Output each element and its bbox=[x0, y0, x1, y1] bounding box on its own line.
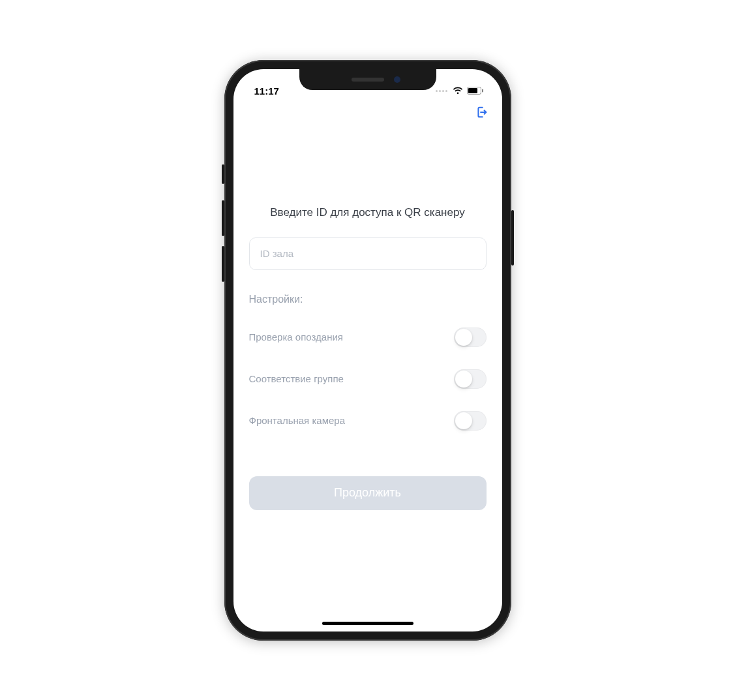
setting-label: Проверка опоздания bbox=[249, 331, 343, 342]
toggle-knob bbox=[455, 371, 472, 388]
status-indicators bbox=[436, 85, 484, 97]
front-camera bbox=[394, 76, 400, 83]
exit-icon bbox=[474, 105, 488, 122]
hall-id-input[interactable] bbox=[249, 237, 487, 270]
page-title: Введите ID для доступа к QR сканеру bbox=[249, 206, 487, 219]
toggle-group-match[interactable] bbox=[454, 369, 487, 389]
wifi-icon bbox=[453, 85, 463, 97]
phone-side-button bbox=[222, 246, 224, 282]
cellular-signal-icon bbox=[436, 90, 447, 92]
phone-side-button bbox=[222, 164, 224, 184]
continue-button[interactable]: Продолжить bbox=[249, 476, 487, 510]
setting-label: Фронтальная камера bbox=[249, 415, 345, 426]
phone-frame: 11:17 bbox=[224, 60, 511, 641]
main-content: Введите ID для доступа к QR сканеру Наст… bbox=[233, 206, 502, 510]
status-time: 11:17 bbox=[254, 85, 279, 97]
home-indicator[interactable] bbox=[322, 622, 413, 625]
settings-heading: Настройки: bbox=[249, 294, 487, 305]
phone-side-button bbox=[222, 200, 224, 236]
setting-row-late-check: Проверка опоздания bbox=[249, 327, 487, 347]
toggle-late-check[interactable] bbox=[454, 327, 487, 347]
phone-side-button bbox=[511, 210, 514, 266]
setting-row-front-camera: Фронтальная камера bbox=[249, 411, 487, 431]
setting-row-group-match: Соответствие группе bbox=[249, 369, 487, 389]
speaker-grille bbox=[352, 78, 384, 82]
svg-rect-2 bbox=[482, 89, 483, 92]
toggle-knob bbox=[455, 329, 472, 346]
toggle-knob bbox=[455, 412, 472, 429]
battery-icon bbox=[467, 85, 484, 97]
device-notch bbox=[299, 69, 436, 90]
exit-button[interactable] bbox=[472, 104, 490, 123]
svg-rect-1 bbox=[468, 88, 477, 93]
screen: 11:17 bbox=[233, 69, 502, 632]
toggle-front-camera[interactable] bbox=[454, 411, 487, 431]
setting-label: Соответствие группе bbox=[249, 373, 344, 384]
nav-bar bbox=[233, 99, 502, 128]
